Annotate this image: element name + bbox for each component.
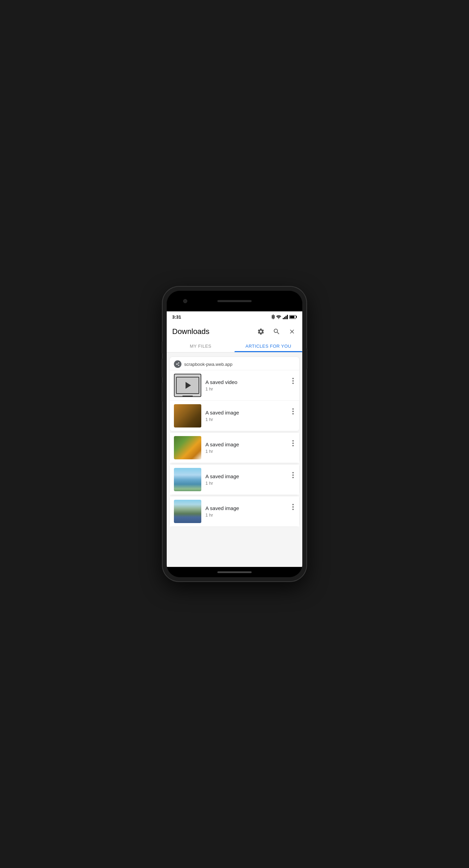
item-info: A saved image 1 hr xyxy=(205,410,287,422)
item-info: A saved video 1 hr xyxy=(205,379,287,392)
item-info: A saved image 1 hr xyxy=(205,473,287,486)
gear-icon xyxy=(257,328,265,335)
item-info: A saved image 1 hr xyxy=(205,442,287,454)
signal-icon xyxy=(283,315,288,319)
search-icon xyxy=(273,328,280,335)
wifi-icon xyxy=(276,315,281,319)
image-thumbnail-food xyxy=(174,436,201,459)
item-more-button[interactable] xyxy=(291,503,295,511)
video-thumbnail xyxy=(174,374,201,397)
volume-down-button xyxy=(162,383,163,401)
item-title: A saved image xyxy=(205,505,287,511)
tab-my-files[interactable]: MY FILES xyxy=(167,339,234,352)
volume-up-button xyxy=(162,359,163,377)
more-dots-icon xyxy=(292,378,294,384)
item-meta: 1 hr xyxy=(205,386,287,392)
item-meta: 1 hr xyxy=(205,481,287,486)
tab-articles-for-you[interactable]: ARTICLES FOR YOU xyxy=(234,339,302,352)
list-item[interactable]: A saved image 1 hr xyxy=(170,432,299,463)
top-bezel xyxy=(167,291,302,311)
image-thumbnail-orange xyxy=(174,404,201,427)
status-icons xyxy=(272,314,297,319)
front-camera xyxy=(183,299,187,303)
app-screen: Downloads xyxy=(167,322,302,567)
status-bar: 3:31 xyxy=(167,311,302,322)
list-item[interactable]: A saved image 1 hr xyxy=(170,496,299,526)
more-dots-icon xyxy=(292,440,294,446)
list-item[interactable]: A saved image 1 hr xyxy=(170,400,299,431)
page-title: Downloads xyxy=(172,327,210,336)
source-name: scrapbook-pwa.web.app xyxy=(184,362,232,367)
item-info: A saved image 1 hr xyxy=(205,505,287,518)
battery-icon xyxy=(289,315,297,319)
share-icon xyxy=(174,360,181,368)
item-more-button[interactable] xyxy=(291,439,295,448)
item-title: A saved image xyxy=(205,442,287,447)
settings-button[interactable] xyxy=(256,326,266,337)
image-thumbnail-water xyxy=(174,468,201,491)
header-actions xyxy=(256,326,297,337)
standalone-item[interactable]: A saved image 1 hr xyxy=(169,496,300,527)
item-title: A saved image xyxy=(205,410,287,416)
list-item[interactable]: A saved video 1 hr xyxy=(170,370,299,400)
silent-button xyxy=(162,342,163,354)
content-area[interactable]: scrapbook-pwa.web.app A saved video 1 xyxy=(167,352,302,567)
item-more-button[interactable] xyxy=(291,376,295,385)
app-header: Downloads xyxy=(167,322,302,339)
speaker xyxy=(217,300,252,302)
item-title: A saved video xyxy=(205,379,287,385)
video-stand xyxy=(182,396,193,397)
more-dots-icon xyxy=(292,408,294,414)
power-button xyxy=(306,348,307,369)
vibrate-icon xyxy=(272,314,275,319)
more-dots-icon xyxy=(292,472,294,478)
status-time: 3:31 xyxy=(172,314,181,320)
source-header: scrapbook-pwa.web.app xyxy=(170,357,299,370)
search-button[interactable] xyxy=(271,326,282,337)
share-inner-icon xyxy=(176,362,180,366)
tab-bar: MY FILES ARTICLES FOR YOU xyxy=(167,339,302,352)
play-icon xyxy=(186,382,191,389)
standalone-item[interactable]: A saved image 1 hr xyxy=(169,432,300,463)
item-meta: 1 hr xyxy=(205,512,287,518)
item-meta: 1 hr xyxy=(205,449,287,454)
bottom-nav-area xyxy=(167,567,302,577)
item-more-button[interactable] xyxy=(291,471,295,480)
home-bar xyxy=(217,571,252,573)
item-more-button[interactable] xyxy=(291,407,295,416)
svg-point-0 xyxy=(278,318,279,319)
source-card: scrapbook-pwa.web.app A saved video 1 xyxy=(169,357,300,431)
image-thumbnail-city xyxy=(174,500,201,523)
close-button[interactable] xyxy=(287,327,297,336)
more-dots-icon xyxy=(292,504,294,510)
phone-frame: 3:31 xyxy=(163,287,306,581)
standalone-item[interactable]: A saved image 1 hr xyxy=(169,464,300,495)
item-meta: 1 hr xyxy=(205,417,287,422)
phone-screen: 3:31 xyxy=(167,291,302,577)
list-item[interactable]: A saved image 1 hr xyxy=(170,464,299,495)
close-icon xyxy=(289,328,295,335)
item-title: A saved image xyxy=(205,473,287,479)
